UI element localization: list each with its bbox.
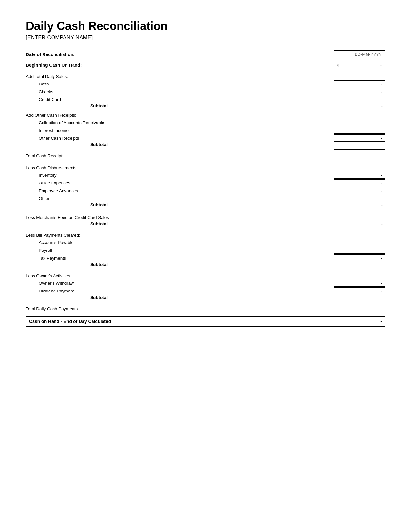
total-cash-receipts-value: - (334, 153, 385, 159)
inventory-label: Inventory (39, 173, 57, 178)
beginning-cash-value: - (380, 63, 382, 67)
other-disbursements-input[interactable]: - (334, 195, 385, 202)
merchant-fees-label: Less Merchants Fees on Credit Card Sales (26, 215, 109, 220)
other-cash-receipts-label: Other Cash Receipts (39, 136, 79, 141)
merchant-fees-subtotal-label: Subtotal (26, 222, 108, 226)
other-receipts-label: Add Other Cash Receipts: (26, 113, 385, 118)
office-expenses-input[interactable]: - (334, 179, 385, 186)
page-title: Daily Cash Reconciliation (26, 19, 385, 33)
employee-advances-label: Employee Advances (39, 188, 78, 193)
inventory-input[interactable]: - (334, 172, 385, 179)
owner-activities-subtotal-value: - (334, 295, 385, 300)
other-disbursements-label: Other (39, 196, 50, 201)
disbursements-subtotal-value: - (334, 202, 385, 207)
ar-collection-input[interactable]: - (334, 119, 385, 126)
owner-activities-label: Less Owner's Activities (26, 273, 385, 278)
bill-payments-label: Less Bill Payments Cleared: (26, 233, 385, 238)
total-cash-receipts-label: Total Cash Receipts (26, 153, 64, 158)
merchant-fees-subtotal-value: - (334, 222, 385, 226)
end-of-day-value: - (380, 319, 382, 324)
interest-income-label: Interest Income (39, 128, 69, 133)
tax-payments-input[interactable]: - (334, 254, 385, 261)
daily-sales-label: Add Total Daily Sales: (26, 74, 385, 79)
beginning-cash-input[interactable]: $ - (334, 61, 385, 69)
owners-withdraw-label: Owner's Withdraw (39, 281, 74, 286)
bill-payments-subtotal-label: Subtotal (26, 262, 108, 267)
dividend-payment-label: Dividend Payment (39, 289, 74, 293)
tax-payments-label: Tax Payments (39, 256, 66, 261)
owner-activities-subtotal-label: Subtotal (26, 295, 108, 300)
employee-advances-input[interactable]: - (334, 187, 385, 194)
accounts-payable-input[interactable]: - (334, 239, 385, 246)
other-receipts-subtotal-value: - (334, 142, 385, 147)
other-cash-receipts-input[interactable]: - (334, 134, 385, 142)
daily-sales-subtotal-label: Subtotal (26, 103, 108, 108)
daily-sales-subtotal-value: - (334, 103, 385, 108)
bill-payments-subtotal-value: - (334, 262, 385, 267)
payroll-label: Payroll (39, 248, 52, 253)
interest-income-input[interactable]: - (334, 127, 385, 134)
accounts-payable-label: Accounts Payable (39, 240, 73, 245)
total-daily-payments-label: Total Daily Cash Payments (26, 306, 78, 311)
ar-collection-label: Collection of Accounts Receivable (39, 120, 104, 125)
other-receipts-subtotal-label: Subtotal (26, 142, 108, 147)
checks-label: Checks (39, 89, 53, 94)
payroll-input[interactable]: - (334, 247, 385, 254)
cash-label: Cash (39, 82, 49, 86)
dividend-payment-input[interactable]: - (334, 287, 385, 294)
date-input[interactable]: DD-MM-YYYY (334, 50, 385, 58)
company-name: [ENTER COMPANY NAME] (26, 35, 385, 41)
credit-card-label: Credit Card (39, 97, 61, 102)
dollar-sign: $ (337, 63, 339, 67)
office-expenses-label: Office Expenses (39, 181, 70, 185)
owners-withdraw-input[interactable]: - (334, 280, 385, 287)
total-daily-payments-value: - (334, 306, 385, 312)
date-label: Date of Reconciliation: (26, 52, 75, 57)
cash-input[interactable]: - (334, 80, 385, 87)
merchant-fees-input[interactable]: - (334, 214, 385, 221)
disbursements-label: Less Cash Disbursements: (26, 165, 385, 170)
credit-card-input[interactable]: - (334, 96, 385, 103)
disbursements-subtotal-label: Subtotal (26, 202, 108, 207)
beginning-cash-label: Beginning Cash On Hand: (26, 63, 82, 68)
checks-input[interactable]: - (334, 88, 385, 95)
end-of-day-label: Cash on Hand - End of Day Calculated (29, 319, 111, 324)
